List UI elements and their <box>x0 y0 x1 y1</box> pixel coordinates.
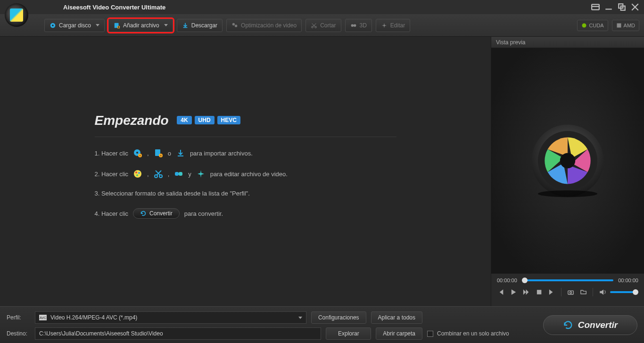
toolbar: Cargar disco Añadir archivo Descargar Op… <box>0 14 644 37</box>
threeD-button[interactable]: 3D <box>345 19 372 32</box>
load-disc-label: Cargar disco <box>59 22 91 29</box>
wand-icon <box>231 22 238 29</box>
svg-point-40 <box>560 153 575 168</box>
convert-button[interactable]: Convertir <box>543 315 637 335</box>
snapshot-icon[interactable] <box>567 288 574 296</box>
svg-point-31 <box>135 172 137 173</box>
browse-button[interactable]: Explorar <box>326 327 371 340</box>
minimize-icon[interactable] <box>604 3 613 11</box>
svg-point-30 <box>134 170 141 178</box>
threeD-icon <box>350 22 357 29</box>
seek-bar: 00:00:00 00:00:00 <box>497 278 638 283</box>
app-title: Aiseesoft Video Converter Ultimate <box>63 4 165 11</box>
svg-rect-19 <box>354 24 356 26</box>
svg-point-44 <box>570 292 571 294</box>
preview-panel: Vista previa <box>491 37 644 306</box>
svg-text:+: + <box>160 154 162 157</box>
svg-point-41 <box>538 190 597 197</box>
svg-point-14 <box>232 23 235 25</box>
time-start: 00:00:00 <box>497 278 517 283</box>
svg-rect-43 <box>568 291 573 294</box>
svg-rect-18 <box>351 24 353 26</box>
time-end: 00:00:00 <box>618 278 638 283</box>
settings-button[interactable]: Configuraciones <box>311 311 366 324</box>
profile-value: Video H.264/MPEG-4 AVC (*.mp4) <box>50 314 137 321</box>
download-label: Descargar <box>191 22 217 29</box>
getting-started-panel: Empezando 4K UHD HEVC 1. Hacer clic + , … <box>95 113 396 230</box>
add-file-label: Añadir archivo <box>123 22 159 29</box>
svg-point-23 <box>136 152 138 154</box>
badge-4k: 4K <box>177 116 191 124</box>
step-4: 4. Hacer clic Convertir para convertir. <box>95 208 396 219</box>
app-root: Aiseesoft Video Converter Ultimate Carga… <box>0 0 644 343</box>
next-track-icon[interactable] <box>548 288 555 296</box>
volume-control <box>599 288 638 296</box>
fast-forward-icon[interactable] <box>522 288 529 296</box>
svg-point-15 <box>235 24 237 27</box>
close-icon[interactable] <box>631 3 639 11</box>
chevron-down-icon <box>96 24 99 26</box>
download-button[interactable]: Descargar <box>177 19 223 32</box>
step-2: 2. Hacer clic , , y para editar archivo … <box>95 169 396 179</box>
profile-label: Perfil: <box>7 314 30 321</box>
palette-icon <box>133 169 142 179</box>
register-icon[interactable] <box>591 3 600 11</box>
scissors-icon <box>154 169 163 179</box>
step-3: 3. Seleccionar formato de salida desde l… <box>95 190 396 197</box>
svg-text:+: + <box>139 154 141 157</box>
svg-point-33 <box>136 174 138 176</box>
step-1: 1. Hacer clic + , + o para importar arch… <box>95 148 396 158</box>
svg-rect-37 <box>179 172 182 176</box>
sparkle-icon <box>381 22 388 29</box>
sparkle-icon <box>196 169 206 179</box>
threeD-icon <box>174 169 183 179</box>
refresh-icon <box>140 210 147 217</box>
dest-field[interactable]: C:\Users\Julia\Documents\Aiseesoft Studi… <box>35 327 321 340</box>
convert-pill: Convertir <box>133 208 180 219</box>
chevron-down-icon <box>164 24 168 26</box>
download-icon <box>182 22 189 29</box>
volume-icon[interactable] <box>599 288 607 296</box>
folder-icon[interactable] <box>580 288 587 296</box>
cuda-badge[interactable]: CUDA <box>577 20 608 31</box>
prev-track-icon[interactable] <box>497 288 504 296</box>
window-buttons <box>591 3 639 11</box>
video-optimization-button[interactable]: Optimización de video <box>226 19 302 32</box>
preview-canvas <box>491 48 644 273</box>
svg-point-20 <box>582 23 586 27</box>
chevron-down-icon <box>298 317 302 319</box>
add-file-icon <box>114 22 120 29</box>
seek-track[interactable] <box>522 279 613 281</box>
badge-uhd: UHD <box>195 116 215 124</box>
preview-header: Vista previa <box>491 37 644 48</box>
edit-button[interactable]: Editar <box>376 19 410 32</box>
add-file-button[interactable]: Añadir archivo <box>108 19 173 32</box>
scissors-icon <box>311 22 317 29</box>
svg-rect-42 <box>537 290 541 294</box>
threeD-label: 3D <box>360 22 367 29</box>
cut-label: Cortar <box>320 22 336 29</box>
svg-rect-36 <box>175 172 179 176</box>
bottom-bar: Perfil: AVC Video H.264/MPEG-4 AVC (*.mp… <box>0 306 644 343</box>
cut-button[interactable]: Cortar <box>305 19 341 32</box>
load-disc-button[interactable]: Cargar disco <box>44 19 105 32</box>
open-folder-button[interactable]: Abrir carpeta <box>376 327 422 340</box>
dest-value: C:\Users\Julia\Documents\Aiseesoft Studi… <box>39 330 163 337</box>
apply-all-button[interactable]: Aplicar a todos <box>371 311 422 324</box>
play-icon[interactable] <box>510 288 517 296</box>
merge-label: Combinar en un solo archivo <box>437 330 509 337</box>
convert-label: Convertir <box>578 320 618 330</box>
amd-icon <box>616 23 622 28</box>
merge-checkbox[interactable] <box>427 331 433 337</box>
volume-track[interactable] <box>610 291 638 293</box>
refresh-icon <box>563 320 573 330</box>
maximize-icon[interactable] <box>618 3 626 11</box>
amd-badge[interactable]: AMD <box>612 20 639 31</box>
profile-select[interactable]: AVC Video H.264/MPEG-4 AVC (*.mp4) <box>35 311 306 324</box>
svg-point-32 <box>138 172 140 174</box>
nvidia-icon <box>581 23 587 28</box>
stop-icon[interactable] <box>536 288 543 296</box>
svg-text:AVC: AVC <box>40 316 46 319</box>
getting-started-heading: Empezando <box>95 113 169 128</box>
edit-label: Editar <box>390 22 405 29</box>
